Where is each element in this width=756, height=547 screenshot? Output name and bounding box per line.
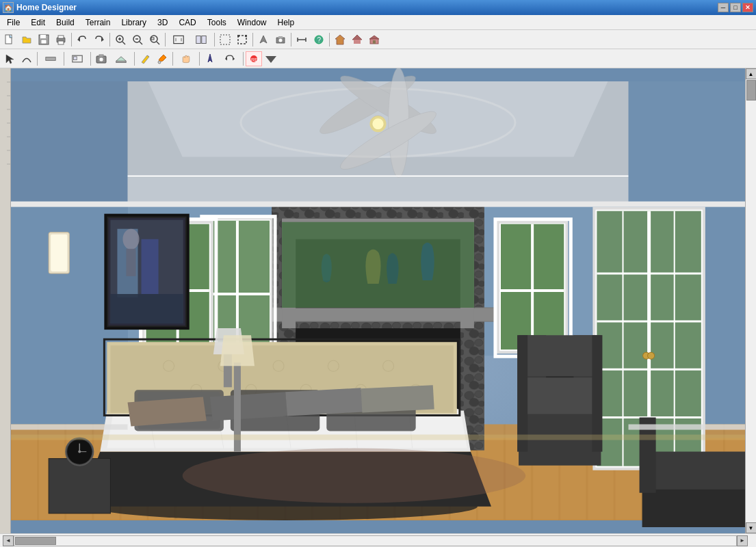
menu-file[interactable]: File xyxy=(1,15,25,29)
sep2 xyxy=(109,33,110,46)
measure-button[interactable] xyxy=(294,32,310,47)
paint-button[interactable] xyxy=(154,51,170,66)
menu-terrain[interactable]: Terrain xyxy=(80,15,116,29)
svg-rect-38 xyxy=(354,40,361,44)
print-button[interactable] xyxy=(53,32,69,47)
floor-button[interactable] xyxy=(110,51,132,66)
3d-viewport[interactable] xyxy=(11,68,745,533)
close-button[interactable]: ✕ xyxy=(742,3,753,12)
camera-button[interactable] xyxy=(272,32,289,47)
scroll-down-button[interactable]: ▼ xyxy=(746,522,757,533)
h-scroll-left-button[interactable]: ◄ xyxy=(3,535,14,546)
app-icon: 🏠 xyxy=(3,2,14,13)
svg-marker-197 xyxy=(641,452,745,490)
arc-button[interactable] xyxy=(18,51,35,66)
svg-rect-58 xyxy=(0,68,11,479)
svg-point-47 xyxy=(99,57,103,62)
svg-rect-3 xyxy=(41,40,47,44)
wall-button[interactable] xyxy=(40,51,62,66)
svg-rect-5 xyxy=(58,36,64,38)
toolbar-draw: REC xyxy=(0,49,756,68)
sep5 xyxy=(252,33,253,46)
menubar: File Edit Build Terrain Library 3D CAD T… xyxy=(0,15,756,30)
svg-point-199 xyxy=(183,449,525,503)
pointer-button[interactable] xyxy=(1,51,18,66)
h-scroll-thumb[interactable] xyxy=(15,537,56,545)
house-button[interactable] xyxy=(332,32,348,47)
redo-button[interactable] xyxy=(91,32,107,47)
zoom-rectangle-button[interactable] xyxy=(146,32,163,47)
svg-marker-179 xyxy=(523,377,599,414)
svg-rect-45 xyxy=(73,56,77,59)
maximize-button[interactable]: □ xyxy=(730,3,741,12)
menu-window[interactable]: Window xyxy=(232,15,272,29)
sep11 xyxy=(134,52,135,66)
svg-rect-166 xyxy=(49,459,110,513)
sep9 xyxy=(64,52,64,66)
svg-rect-27 xyxy=(245,35,247,37)
h-scroll-right-button[interactable]: ► xyxy=(737,535,748,546)
minimize-button[interactable]: ─ xyxy=(718,3,729,12)
fit-window-button[interactable] xyxy=(168,32,190,47)
svg-rect-181 xyxy=(592,335,602,451)
svg-rect-48 xyxy=(99,55,103,57)
svg-rect-200 xyxy=(11,202,745,207)
zoom-out-button[interactable] xyxy=(129,32,146,47)
sep7 xyxy=(329,33,330,46)
view-button2[interactable] xyxy=(190,32,212,47)
select-rect-button[interactable] xyxy=(234,32,250,47)
svg-line-10 xyxy=(122,42,125,44)
menu-3d[interactable]: 3D xyxy=(152,15,173,29)
menu-cad[interactable]: CAD xyxy=(173,15,201,29)
menu-help[interactable]: Help xyxy=(272,15,300,29)
h-scroll-track[interactable] xyxy=(14,536,736,546)
svg-marker-54 xyxy=(233,57,235,60)
svg-rect-41 xyxy=(373,40,376,44)
undo-button[interactable] xyxy=(74,32,90,47)
menu-library[interactable]: Library xyxy=(116,15,152,29)
menu-build[interactable]: Build xyxy=(51,15,80,29)
statusbar: ◄ ► xyxy=(0,533,756,547)
save-button[interactable] xyxy=(36,32,52,47)
svg-marker-178 xyxy=(522,335,599,376)
svg-marker-195 xyxy=(220,335,255,366)
scroll-thumb[interactable] xyxy=(746,80,756,101)
roof-button[interactable] xyxy=(349,32,365,47)
menu-edit[interactable]: Edit xyxy=(25,15,51,29)
select-all-button[interactable] xyxy=(217,32,233,47)
help-button[interactable]: ? xyxy=(311,32,327,47)
zoom-in-button[interactable] xyxy=(112,32,129,47)
room-button[interactable] xyxy=(66,51,88,66)
menu-tools[interactable]: Tools xyxy=(202,15,232,29)
open-button[interactable] xyxy=(18,32,35,47)
camera2-button[interactable] xyxy=(93,51,109,66)
svg-rect-22 xyxy=(196,36,200,43)
svg-rect-19 xyxy=(174,36,183,43)
scroll-up-button[interactable]: ▲ xyxy=(746,68,757,79)
horizontal-scrollbar[interactable] xyxy=(14,535,737,546)
sep3 xyxy=(165,33,166,46)
svg-rect-26 xyxy=(237,35,239,37)
full-house-button[interactable] xyxy=(366,32,382,47)
svg-marker-28 xyxy=(260,36,267,43)
app-title: Home Designer xyxy=(16,3,718,12)
record-button[interactable]: REC xyxy=(246,51,262,66)
svg-text:REC: REC xyxy=(251,57,259,62)
svg-marker-36 xyxy=(335,35,345,44)
arrow-button[interactable] xyxy=(255,32,272,47)
svg-rect-18 xyxy=(151,38,154,40)
main-area: ▲ ▼ xyxy=(0,68,756,533)
pencil-button[interactable] xyxy=(137,51,153,66)
navigate-button[interactable] xyxy=(202,51,218,66)
rotate-button[interactable] xyxy=(219,51,241,66)
svg-point-193 xyxy=(372,118,383,129)
hand-button[interactable] xyxy=(175,51,197,66)
svg-rect-189 xyxy=(110,294,183,323)
ruler-vertical xyxy=(0,68,11,533)
record-dropdown[interactable] xyxy=(263,51,279,66)
scroll-track[interactable] xyxy=(746,79,757,522)
svg-rect-186 xyxy=(142,239,159,294)
sep13 xyxy=(199,52,200,66)
svg-marker-163 xyxy=(210,392,288,421)
new-button[interactable] xyxy=(1,32,18,47)
